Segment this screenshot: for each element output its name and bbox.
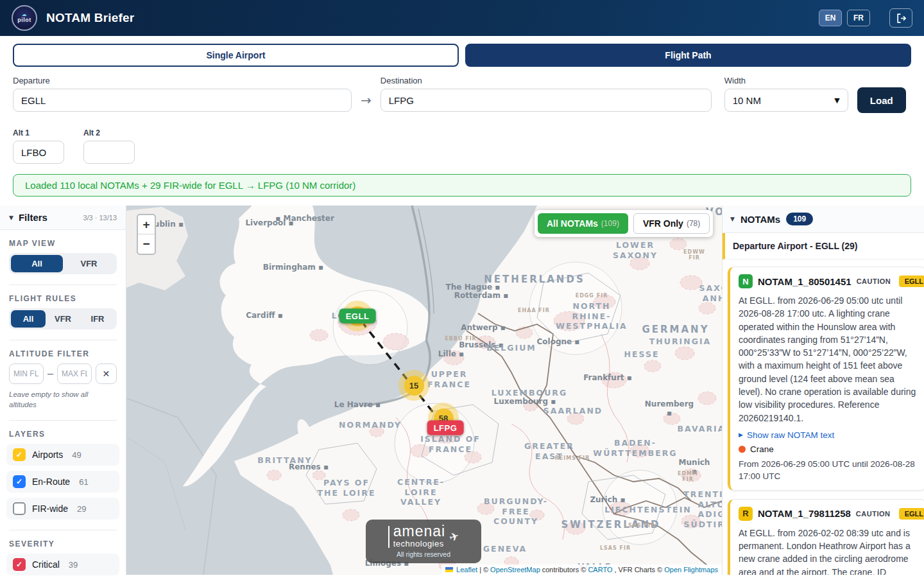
layer-row-fir-wide[interactable]: FIR-wide29 xyxy=(6,498,119,520)
map-label: Rennes ▪ xyxy=(289,462,329,471)
leaflet-link[interactable]: Leaflet xyxy=(456,566,477,574)
map-label: LSAS FIR xyxy=(624,523,655,529)
departure-label: Departure xyxy=(13,76,352,85)
notam-title: NOTAM_1_80501451 xyxy=(758,276,851,287)
logout-button[interactable] xyxy=(889,8,912,28)
flight-rules-all-option[interactable]: All xyxy=(11,310,46,328)
airport-badge: EGLL xyxy=(899,508,924,520)
map-label: Birmingham ▪ xyxy=(263,263,323,272)
map-label: EDGG FIR xyxy=(576,293,608,299)
flight-rules-vfr-option[interactable]: VFR xyxy=(46,310,80,328)
map-label: Munich ▪ xyxy=(679,458,710,476)
width-value: 10 NM xyxy=(733,95,761,106)
map-label: Zurich ▪ xyxy=(590,495,625,504)
clear-altitude-button[interactable]: ✕ xyxy=(96,363,117,384)
flight-rules-label: FLIGHT RULES xyxy=(9,294,117,303)
map-label: Nuremberg ▪ xyxy=(643,399,696,417)
load-button[interactable]: Load xyxy=(857,87,906,113)
layer-row-en-route[interactable]: ✓En-Route61 xyxy=(6,471,119,493)
filters-header[interactable]: ▼ Filters 3/3 · 13/13 xyxy=(0,206,126,230)
copyright-symbol: © xyxy=(483,566,488,574)
zoom-in-button[interactable]: + xyxy=(138,215,155,234)
map-label: GREATER EAST xyxy=(524,441,574,461)
flight-rules-ifr-option[interactable]: IFR xyxy=(80,310,115,328)
notam-validity: From 2026-06-29 05:00 UTC until 2026-08-… xyxy=(739,459,918,483)
alt1-input[interactable] xyxy=(13,141,64,164)
flag-icon xyxy=(445,567,453,572)
airport-marker-lfpg[interactable]: LFPG xyxy=(427,421,464,435)
route-arrow-icon: → xyxy=(361,92,372,112)
map-label: LSAS FIR xyxy=(600,545,631,551)
osm-link[interactable]: OpenStreetMap xyxy=(490,566,540,574)
min-fl-input[interactable] xyxy=(9,363,44,384)
severity-label: SEVERITY xyxy=(9,539,117,548)
checkbox-icon[interactable]: ✓ xyxy=(13,475,26,488)
map-label: UPPER FRANCE xyxy=(427,369,471,389)
width-select[interactable]: 10 NM ▼ xyxy=(724,89,848,112)
vfr-only-toggle[interactable]: VFR Only (78) xyxy=(633,213,710,234)
tab-single-airport[interactable]: Single Airport xyxy=(13,44,459,67)
layer-label: FIR-wide xyxy=(32,504,68,514)
top-navbar: ☁ pilot NOTAM Briefer EN FR xyxy=(0,0,924,36)
map-label: BRITTANY xyxy=(257,455,312,466)
map-view-all-option[interactable]: All xyxy=(11,255,63,272)
map-label: HESSE xyxy=(624,349,660,360)
map-label: NETHERLANDS xyxy=(484,274,585,285)
notam-card[interactable]: N NOTAM_1_80501451 CAUTION EGLL At EGLL.… xyxy=(728,267,924,491)
map-label: Rotterdam ▪ xyxy=(454,291,509,300)
tab-flight-path[interactable]: Flight Path xyxy=(465,44,911,67)
map-label: ISLAND OF FRANCE xyxy=(420,434,481,454)
all-notams-toggle[interactable]: All NOTAMs (109) xyxy=(538,213,628,234)
notam-cluster[interactable]: 15 xyxy=(398,370,429,401)
show-raw-notam-link[interactable]: ▶ Show raw NOTAM text xyxy=(739,430,918,440)
airport-marker-egll[interactable]: EGLL xyxy=(339,309,376,324)
alt2-input[interactable] xyxy=(83,141,135,164)
map-label: EHAA FIR xyxy=(518,308,550,313)
notam-view-toggle: All NOTAMs (109) VFR Only (78) xyxy=(535,210,713,237)
map-label: PAYS OF THE LOIRE xyxy=(318,478,376,498)
layer-row-airports[interactable]: ✓Airports49 xyxy=(6,444,119,466)
attribution-separator: | xyxy=(479,566,481,574)
map-label: BELGIUM xyxy=(486,343,536,353)
destination-input[interactable] xyxy=(381,89,712,112)
map-label: Le Havre ▪ xyxy=(334,400,381,409)
vfr-only-label: VFR Only xyxy=(643,218,683,229)
severity-label: CAUTION xyxy=(857,277,891,285)
map-label: NORMANDY xyxy=(339,420,402,430)
checkbox-icon[interactable] xyxy=(13,502,26,515)
checkbox-icon[interactable]: ✓ xyxy=(13,448,26,461)
map-label: Brussels ▪ xyxy=(459,340,504,349)
zoom-out-button[interactable]: − xyxy=(138,234,155,254)
altitude-filter-label: ALTITUDE FILTER xyxy=(9,349,117,358)
lang-fr-button[interactable]: FR xyxy=(847,10,870,26)
map-label: Cardiff ▪ xyxy=(246,311,283,320)
plane-icon: ✈ xyxy=(447,529,461,545)
map-canvas[interactable]: Dublin ▪Liverpool ▪▪ ManchesterBirmingha… xyxy=(126,206,722,575)
layers-label: LAYERS xyxy=(9,430,117,439)
notam-body-text: At EGLL. from 2026-02-02 08:39 utc and i… xyxy=(739,527,918,575)
flight-rules-segment: All VFR IFR xyxy=(9,308,117,329)
vfr-only-count: (78) xyxy=(687,219,700,228)
logo-text: pilot xyxy=(17,17,31,23)
openflightmaps-link[interactable]: Open Flightmaps xyxy=(664,566,718,574)
severity-row-critical[interactable]: ✓Critical39 xyxy=(6,554,119,575)
notam-panel-header[interactable]: ▼ NOTAMs 109 xyxy=(723,206,924,233)
lang-en-button[interactable]: EN xyxy=(819,10,842,26)
notam-card[interactable]: R NOTAM_1_79811258 CAUTION EGLL At EGLL.… xyxy=(728,499,924,575)
map-label: Antwerp ▪ xyxy=(461,323,506,332)
collapse-caret-icon: ▼ xyxy=(730,216,735,222)
map-view-vfr-option[interactable]: VFR xyxy=(63,255,115,272)
app-logo: ☁ pilot xyxy=(12,5,37,31)
category-dot-icon xyxy=(739,446,746,453)
checkbox-icon[interactable]: ✓ xyxy=(13,558,26,571)
departure-input[interactable] xyxy=(13,89,352,112)
map-view-label: MAP VIEW xyxy=(9,239,117,248)
app-title: NOTAM Briefer xyxy=(46,11,134,25)
map-label: BURGUNDY- FREE COUNTY xyxy=(484,496,548,527)
watermark-name: amenai xyxy=(393,525,445,539)
carto-link[interactable]: CARTO xyxy=(588,566,612,574)
max-fl-input[interactable] xyxy=(57,363,92,384)
map-attribution: Leaflet | © OpenStreetMap contributors ©… xyxy=(441,565,722,575)
map-label: LIECHTENSTEIN xyxy=(604,505,692,515)
notam-total-badge: 109 xyxy=(786,213,813,225)
